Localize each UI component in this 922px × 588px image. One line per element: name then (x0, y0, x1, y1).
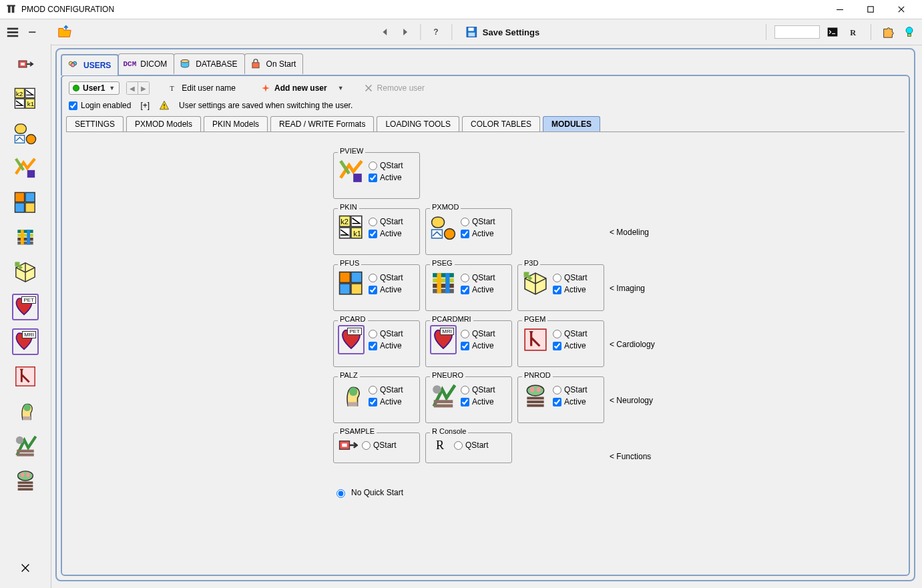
qstart-radio[interactable]: QStart (461, 217, 495, 226)
active-checkbox[interactable]: Active (369, 173, 403, 182)
rail-pview[interactable] (11, 155, 40, 182)
active-checkbox[interactable]: Active (553, 341, 588, 350)
active-checkbox[interactable]: Active (369, 397, 403, 406)
module-code: PCARDMRI (430, 315, 473, 323)
edit-user-button[interactable]: Edit user name (168, 83, 236, 93)
nav-next-button[interactable] (396, 23, 413, 41)
module-pneuro: PNEURO QStart Active (425, 376, 512, 423)
active-checkbox[interactable]: Active (369, 229, 403, 238)
login-enabled-checkbox[interactable]: Login enabled (69, 101, 131, 110)
qstart-radio[interactable]: QStart (454, 440, 489, 450)
open-folder-button[interactable] (56, 23, 73, 41)
plugins-button[interactable] (879, 23, 897, 41)
app-icon (5, 3, 17, 15)
active-checkbox[interactable]: Active (461, 397, 495, 406)
terminal-button[interactable] (824, 23, 841, 41)
dash-button[interactable] (24, 23, 41, 41)
database-icon (178, 59, 192, 69)
module-code: PSAMPLE (338, 427, 377, 435)
psample-icon (338, 437, 358, 453)
user-prev-button[interactable]: ◀ (126, 81, 138, 95)
rail-pgem[interactable] (11, 363, 40, 390)
active-checkbox[interactable]: Active (461, 341, 495, 350)
add-user-button[interactable]: Add new user (261, 83, 327, 93)
nav-prev-button[interactable] (376, 23, 393, 41)
save-settings-button[interactable]: Save Settings (459, 26, 546, 38)
tab-dicom[interactable]: DCM DICOM (118, 53, 174, 74)
qstart-radio[interactable]: QStart (369, 329, 403, 338)
qstart-radio[interactable]: QStart (369, 385, 403, 394)
module-psample: PSAMPLE QStart (333, 432, 420, 463)
secondary-tabs: SETTINGS PXMOD Models PKIN Models READ /… (62, 116, 909, 131)
module-pseg: PSEG QStart Active (425, 264, 512, 311)
qstart-radio[interactable]: QStart (369, 161, 403, 170)
r-console-button[interactable] (845, 23, 863, 41)
tab-modules[interactable]: MODULES (543, 116, 600, 131)
qstart-radio[interactable]: QStart (461, 273, 495, 282)
remove-user-button[interactable]: Remove user (364, 83, 425, 93)
module-code: PKIN (338, 203, 359, 211)
rail-pseg[interactable] (11, 224, 40, 251)
user-bar: User1 ▼ ◀ ▶ Edit user name Add new user (62, 76, 909, 99)
user-selector[interactable]: User1 ▼ (69, 81, 120, 95)
chevron-down-icon: ▼ (109, 85, 115, 91)
no-quick-start-radio[interactable]: No Quick Start (333, 487, 690, 498)
active-checkbox[interactable]: Active (461, 285, 495, 294)
help-button[interactable]: ? (427, 23, 445, 41)
window-maximize-button[interactable] (855, 0, 886, 19)
window-minimize-button[interactable] (825, 0, 855, 19)
qstart-radio[interactable]: QStart (553, 273, 588, 282)
rconsole-icon: R (430, 437, 450, 453)
pcardmri-icon: MRI (430, 326, 457, 353)
primary-tabs: USERS DCM DICOM DATABASE On Start (57, 49, 914, 75)
qstart-radio[interactable]: QStart (369, 273, 403, 282)
qstart-radio[interactable]: QStart (461, 329, 495, 338)
tab-loading-tools[interactable]: LOADING TOOLS (377, 116, 459, 131)
qstart-radio[interactable]: QStart (461, 385, 495, 394)
window-close-button[interactable] (886, 0, 917, 19)
rail-pxmod[interactable] (11, 120, 40, 147)
chevron-down-icon[interactable]: ▼ (338, 85, 344, 91)
qstart-radio[interactable]: QStart (362, 440, 397, 450)
user-next-button[interactable]: ▶ (138, 81, 150, 95)
qstart-radio[interactable]: QStart (369, 217, 403, 226)
expand-button[interactable]: [+] (140, 101, 150, 110)
rail-pcardmri[interactable]: MRI (11, 328, 40, 355)
login-row: Login enabled [+] User settings are save… (62, 99, 909, 116)
spark-icon (261, 83, 270, 93)
active-checkbox[interactable]: Active (369, 341, 403, 350)
module-p3d: P3D QStart Active (517, 264, 604, 311)
module-code: R Console (430, 427, 468, 435)
rail-close-button[interactable] (11, 555, 40, 581)
pfus-icon (338, 270, 365, 297)
rail-pnrod[interactable] (11, 467, 40, 494)
active-checkbox[interactable]: Active (553, 285, 588, 294)
rail-p3d[interactable] (11, 259, 40, 286)
active-checkbox[interactable]: Active (461, 229, 495, 238)
rail-palz[interactable] (11, 398, 40, 424)
tab-settings[interactable]: SETTINGS (66, 116, 124, 131)
menu-button[interactable] (4, 23, 21, 41)
separator (451, 24, 452, 40)
active-checkbox[interactable]: Active (369, 285, 403, 294)
rail-psample[interactable] (11, 51, 40, 77)
module-code: PNROD (522, 371, 553, 379)
tab-users[interactable]: USERS (61, 54, 119, 75)
rail-pneuro[interactable] (11, 432, 40, 459)
module-code: PALZ (338, 371, 360, 379)
pgem-icon (522, 326, 549, 353)
qstart-radio[interactable]: QStart (553, 329, 588, 338)
tips-button[interactable] (901, 23, 918, 41)
module-pview: PVIEW QStart Active (333, 152, 420, 199)
tab-rw-formats[interactable]: READ / WRITE Formats (270, 116, 374, 131)
qstart-radio[interactable]: QStart (553, 385, 588, 394)
tab-color-tables[interactable]: COLOR TABLES (462, 116, 540, 131)
active-checkbox[interactable]: Active (553, 397, 588, 406)
rail-pkin[interactable] (11, 85, 40, 112)
tab-database[interactable]: DATABASE (174, 53, 244, 74)
rail-pfus[interactable] (11, 190, 40, 216)
rail-pcard[interactable]: PET (11, 294, 40, 320)
tab-onstart[interactable]: On Start (244, 53, 304, 74)
tab-pkin-models[interactable]: PKIN Models (204, 116, 268, 131)
tab-pxmod-models[interactable]: PXMOD Models (126, 116, 201, 131)
